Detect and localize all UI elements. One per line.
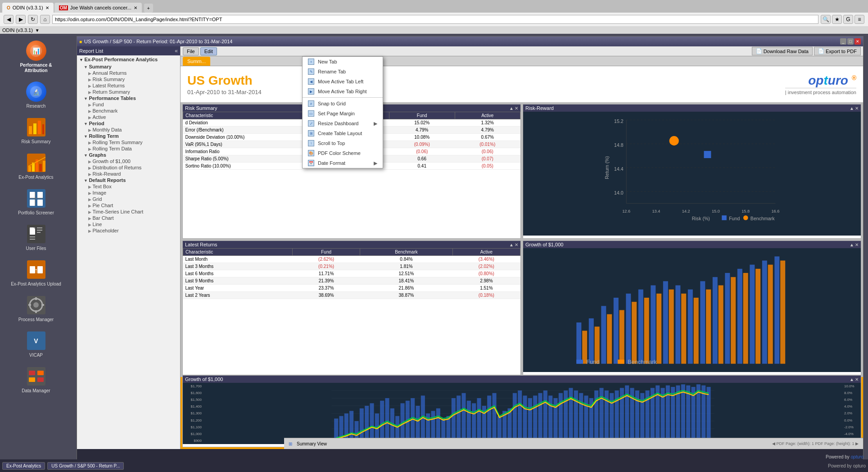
tab-close-odin[interactable]: ✕ [45, 5, 49, 10]
home-button[interactable]: ⌂ [40, 15, 50, 24]
tree-placeholder[interactable]: Placeholder [77, 227, 180, 234]
tree-growth[interactable]: Growth of $1,000 [77, 158, 180, 164]
risk-summary-expand[interactable]: ▲ [509, 106, 514, 111]
sidebar-item-risk[interactable]: Risk Summary [2, 115, 70, 147]
download-raw-data[interactable]: 📄 Download Raw Data [752, 47, 813, 55]
taskbar-usgrowth[interactable]: US Growth / S&P 500 - Return P... [47, 462, 124, 470]
menu-create-table-layout[interactable]: ⊞ Create Table Layout [303, 128, 383, 138]
fund-point [704, 151, 711, 158]
sidebar-item-portfolio[interactable]: Portfolio Screener [2, 186, 70, 218]
minimize-button[interactable]: _ [840, 38, 846, 45]
growth-small-close[interactable]: ✕ [855, 242, 859, 247]
svg-rect-29 [30, 236, 35, 237]
tree-pie-chart[interactable]: Pie Chart [77, 202, 180, 209]
svg-rect-127 [385, 398, 389, 439]
window-titlebar: ■ US Growth / S&P 500 - Return Period: 0… [77, 36, 863, 46]
content-tab-summary[interactable]: Summ... [183, 57, 210, 66]
latest-returns-title: Latest Returns [185, 242, 217, 247]
sidebar-item-upload[interactable]: ↑ Ex-Post Analytics Upload [2, 257, 70, 289]
menu-move-left[interactable]: ◀ Move Active Tab Left [303, 77, 383, 86]
tree-performance-tables[interactable]: Performance Tables [77, 95, 180, 101]
tree-monthly-data[interactable]: Monthly Data [77, 127, 180, 133]
svg-rect-104 [780, 261, 785, 364]
taskbar-expost[interactable]: Ex-Post Analytics [2, 462, 45, 470]
tree-rolling-term-data[interactable]: Rolling Term Data [77, 145, 180, 152]
growth-large-expand[interactable]: ▲ [850, 377, 854, 382]
tree-graphs[interactable]: Graphs [77, 152, 180, 158]
growth-large-close[interactable]: ✕ [855, 377, 859, 382]
tree-benchmark[interactable]: Benchmark [77, 108, 180, 114]
menu-rename-tab[interactable]: ✎ Rename Tab [303, 67, 383, 77]
back-button[interactable]: ◀ [4, 15, 14, 24]
sidebar-item-userfiles[interactable]: User Files [2, 222, 70, 254]
sidebar-item-research[interactable]: 🔬 Research [2, 79, 70, 111]
tree-active[interactable]: Active [77, 114, 180, 120]
svg-rect-165 [579, 393, 583, 439]
tree-root-expost[interactable]: Ex-Post Performance Analytics [77, 55, 180, 64]
menu-snap-to-grid[interactable]: # Snap to Grid [303, 99, 383, 109]
risk-reward-expand[interactable]: ▲ [850, 106, 854, 111]
export-to-pdf[interactable]: 📄 Export to PDF [814, 47, 861, 55]
tree-bar-chart[interactable]: Bar Chart [77, 215, 180, 221]
menu-set-page-margin[interactable]: ▭ Set Page Margin [303, 109, 383, 118]
tree-risk-summary[interactable]: Risk Summary [77, 76, 180, 82]
svg-text:15.0: 15.0 [712, 209, 720, 213]
tab-odin[interactable]: O ODIN (v3.3.1) ✕ [2, 3, 54, 13]
menu-scroll-to-top[interactable]: ↑ Scroll to Top [303, 138, 383, 148]
settings-button[interactable]: G [843, 15, 853, 24]
tree-summary[interactable]: Summary [77, 64, 180, 70]
sidebar-item-performance[interactable]: 📊 Performance &Attribution [2, 38, 70, 76]
maximize-button[interactable]: □ [847, 38, 854, 45]
menu-resize-dashboard[interactable]: ⤢ Resize Dashboard ▶ [303, 118, 383, 128]
risk-summary-close[interactable]: ✕ [515, 106, 518, 111]
sidebar-label-vicap: VICAP [29, 353, 43, 358]
svg-rect-46 [37, 371, 44, 375]
sidebar-item-expost[interactable]: Ex-Post Analytics [2, 150, 70, 182]
sidebar-item-vicap[interactable]: V VICAP [2, 328, 70, 360]
svg-rect-33 [37, 266, 43, 273]
reload-button[interactable]: ↻ [28, 15, 38, 24]
tree-distribution[interactable]: Distribution of Returns [77, 164, 180, 171]
tree-risk-reward[interactable]: Risk-Reward [77, 171, 180, 177]
tree-rolling-term[interactable]: Rolling Term [77, 133, 180, 139]
tree-textbox[interactable]: Text Box [77, 183, 180, 190]
new-tab-button[interactable]: + [144, 4, 153, 13]
menu-date-format[interactable]: 📅 Date Format ▶ [303, 158, 383, 168]
edit-menu[interactable]: Edit [200, 47, 217, 55]
tab-joe[interactable]: OM Joe Walsh cancels concer... ✕ [54, 3, 142, 13]
sidebar-item-datamanager[interactable]: Data Manager [2, 364, 70, 396]
tree-grid[interactable]: Grid [77, 196, 180, 202]
app-dropdown[interactable]: ▼ [35, 28, 40, 33]
latest-returns-expand[interactable]: ▲ [509, 242, 514, 247]
col-fund: Fund [389, 112, 455, 119]
pdf-color-icon: 🎨 [308, 150, 314, 156]
tree-image[interactable]: Image [77, 190, 180, 196]
panel-collapse-button[interactable]: « [175, 48, 178, 54]
menu-pdf-color-scheme[interactable]: 🎨 PDF Color Scheme [303, 148, 383, 158]
tree-fund[interactable]: Fund [77, 101, 180, 108]
growth-small-expand[interactable]: ▲ [850, 242, 854, 247]
risk-reward-close[interactable]: ✕ [855, 106, 859, 111]
menu-button[interactable]: ≡ [854, 15, 864, 24]
tree-return-summary[interactable]: Return Summary [77, 89, 180, 95]
bookmark-button[interactable]: ★ [832, 15, 842, 24]
sidebar-item-process[interactable]: Process Manager [2, 293, 70, 325]
menu-move-right[interactable]: ▶ Move Active Tab Right [303, 86, 383, 96]
forward-button[interactable]: ▶ [16, 15, 26, 24]
growth-small-title: Growth of $1,000 [525, 242, 563, 247]
tree-latest-returns[interactable]: Latest Returns [77, 82, 180, 89]
latest-returns-close[interactable]: ✕ [515, 242, 518, 247]
tree-period[interactable]: Period [77, 120, 180, 127]
tree-rolling-term-summary[interactable]: Rolling Term Summary [77, 139, 180, 145]
tree-line[interactable]: Line [77, 221, 180, 227]
file-menu[interactable]: File [183, 47, 199, 55]
close-button[interactable]: ✕ [854, 38, 861, 45]
search-button[interactable]: 🔍 [821, 15, 831, 24]
svg-rect-143 [467, 401, 471, 439]
tree-annual-returns[interactable]: Annual Returns [77, 70, 180, 76]
tree-timeseries[interactable]: Time-Series Line Chart [77, 209, 180, 215]
address-bar[interactable] [52, 15, 818, 24]
tab-close-joe[interactable]: ✕ [134, 5, 137, 10]
menu-new-tab[interactable]: + New Tab [303, 57, 383, 67]
tree-default-reports[interactable]: Default Reports [77, 177, 180, 183]
